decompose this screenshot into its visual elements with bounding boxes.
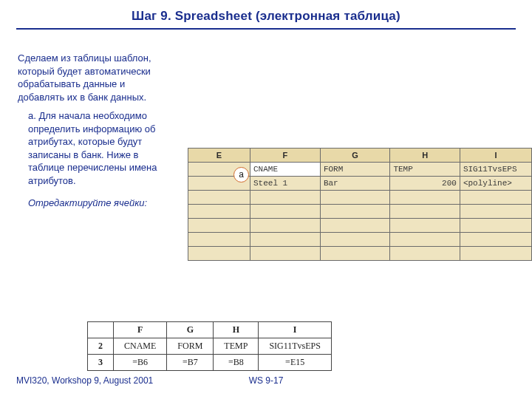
cell[interactable] <box>460 191 531 205</box>
ft-cell: =B8 <box>214 355 259 371</box>
ft-col-g: G <box>167 322 214 338</box>
col-header-e: E <box>188 149 250 163</box>
cell[interactable] <box>460 219 531 233</box>
content-area: Сделаем из таблицы шаблон, который будет… <box>0 30 532 210</box>
annotation-a: a <box>233 167 249 183</box>
ft-cell: CNAME <box>114 338 167 355</box>
left-column: Сделаем из таблицы шаблон, который будет… <box>18 52 166 210</box>
cell[interactable]: Bar <box>320 177 390 191</box>
cell[interactable] <box>320 191 390 205</box>
col-header-f: F <box>250 149 321 163</box>
cell[interactable] <box>250 219 321 233</box>
cell[interactable] <box>250 191 321 205</box>
ft-row3-hdr: 3 <box>88 355 114 371</box>
cell[interactable]: FORM <box>320 163 390 177</box>
ft-cell: =B6 <box>114 355 167 371</box>
ft-row2-hdr: 2 <box>88 338 114 355</box>
footer-left: MVI320, Workshop 9, August 2001 <box>16 375 153 386</box>
cell[interactable] <box>390 247 460 261</box>
edit-note: Отредактируйте ячейки: <box>28 197 166 210</box>
cell[interactable] <box>250 233 321 247</box>
ft-col-f: F <box>114 322 167 338</box>
cell[interactable] <box>250 247 321 261</box>
cell[interactable] <box>390 219 460 233</box>
formula-table: F G H I 2 CNAME FORM TEMP SIG11TvsEPS 3 … <box>87 321 332 371</box>
cell[interactable] <box>188 191 250 205</box>
step-a-label: a. <box>28 110 36 121</box>
col-header-g: G <box>320 149 390 163</box>
ft-col-h: H <box>214 322 259 338</box>
step-a: a. Для начала необходимо определить инфо… <box>28 109 166 187</box>
cell[interactable] <box>250 205 321 219</box>
cell[interactable] <box>188 233 250 247</box>
footer: MVI320, Workshop 9, August 2001 WS 9-17 <box>0 375 532 386</box>
step-a-body: Для начала необходимо определить информа… <box>28 110 157 186</box>
cell[interactable] <box>188 205 250 219</box>
col-header-h: H <box>390 149 460 163</box>
cell[interactable] <box>460 233 531 247</box>
ft-cell: SIG11TvsEPS <box>259 338 332 355</box>
lead-text: Сделаем из таблицы шаблон, который будет… <box>18 52 166 103</box>
cell[interactable] <box>320 233 390 247</box>
ft-col-i: I <box>259 322 332 338</box>
cell[interactable] <box>390 191 460 205</box>
cell[interactable] <box>188 219 250 233</box>
cell[interactable]: CNAME <box>250 163 321 177</box>
cell[interactable] <box>320 219 390 233</box>
cell[interactable] <box>320 205 390 219</box>
cell[interactable] <box>460 205 531 219</box>
cell[interactable] <box>390 205 460 219</box>
ft-cell: TEMP <box>214 338 259 355</box>
cell[interactable] <box>460 247 531 261</box>
page-title: Шаг 9. Spreadsheet (электронная таблица) <box>0 0 532 24</box>
ft-cell: =E15 <box>259 355 332 371</box>
cell[interactable]: TEMP <box>390 163 460 177</box>
cell[interactable] <box>188 247 250 261</box>
cell[interactable]: Steel 1 <box>250 177 321 191</box>
spreadsheet: E F G H I CNAME FORM TEMP SIG11TvsEPS St… <box>188 148 532 261</box>
cell[interactable]: 200 <box>390 177 460 191</box>
cell[interactable]: SIG11TvsEPS <box>460 163 531 177</box>
col-header-i: I <box>460 149 531 163</box>
cell[interactable] <box>320 247 390 261</box>
cell[interactable]: <polyline> <box>460 177 531 191</box>
ft-cell: FORM <box>167 338 214 355</box>
ft-blank <box>88 322 114 338</box>
ft-cell: =B7 <box>167 355 214 371</box>
cell[interactable] <box>390 233 460 247</box>
